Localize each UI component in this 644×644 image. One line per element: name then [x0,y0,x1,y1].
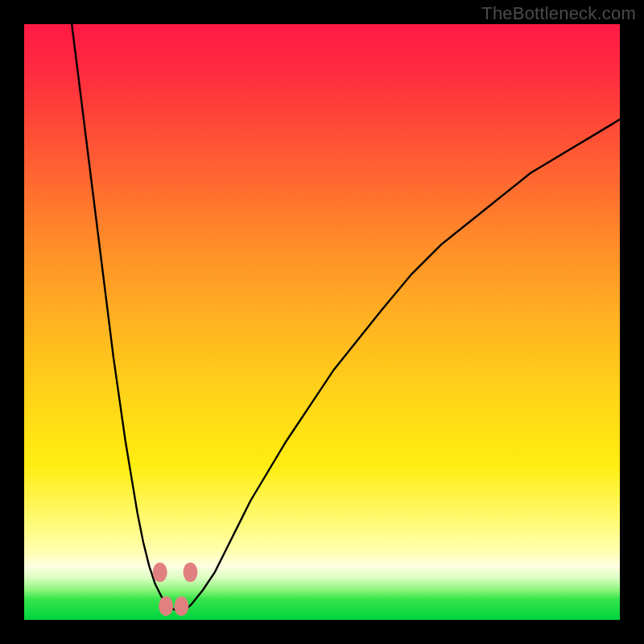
marker-dot [153,563,167,582]
chart-frame: TheBottleneck.com [0,0,644,644]
bottleneck-curve [72,24,620,611]
watermark: TheBottleneck.com [481,3,636,24]
plot-area [24,24,620,620]
marker-dot [174,597,188,616]
marker-dot [159,597,173,616]
curve-markers [153,563,198,616]
marker-dot [183,563,197,582]
curve-svg [24,24,620,620]
